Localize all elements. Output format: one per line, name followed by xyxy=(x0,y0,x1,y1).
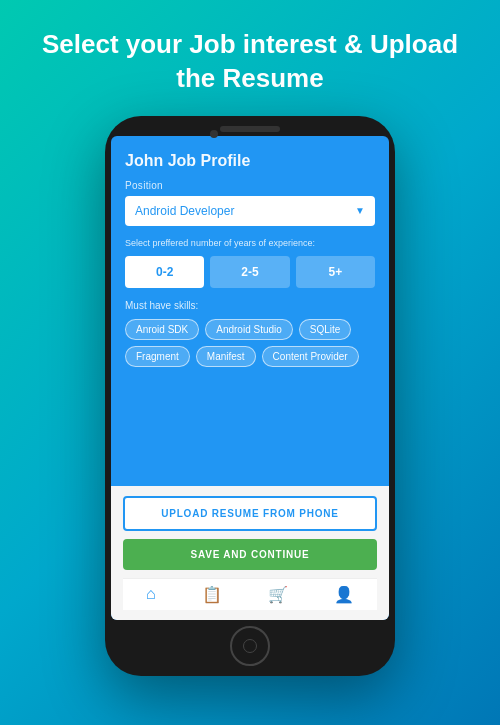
home-icon[interactable]: ⌂ xyxy=(146,585,156,603)
position-dropdown[interactable]: Android Developer ▼ xyxy=(125,196,375,226)
screen-bottom: UPLOAD RESUME FROM PHONE SAVE AND CONTIN… xyxy=(111,486,389,620)
skill-android-studio[interactable]: Android Studio xyxy=(205,319,293,340)
skills-label: Must have skills: xyxy=(125,300,375,311)
exp-btn-0-2[interactable]: 0-2 xyxy=(125,256,204,288)
skill-content-provider[interactable]: Content Provider xyxy=(262,346,359,367)
profile-title: John Job Profile xyxy=(125,152,375,170)
screen-content: John Job Profile Position Android Develo… xyxy=(111,136,389,486)
phone-frame: John Job Profile Position Android Develo… xyxy=(105,116,395,676)
cart-icon[interactable]: 🛒 xyxy=(268,585,288,604)
phone-home-button[interactable] xyxy=(230,626,270,666)
experience-buttons: 0-2 2-5 5+ xyxy=(125,256,375,288)
experience-label: Select preffered number of years of expe… xyxy=(125,238,375,248)
skills-container: Anroid SDK Android Studio SQLite Fragmen… xyxy=(125,319,375,367)
skill-fragment[interactable]: Fragment xyxy=(125,346,190,367)
skill-anroid-sdk[interactable]: Anroid SDK xyxy=(125,319,199,340)
skill-sqlite[interactable]: SQLite xyxy=(299,319,352,340)
person-icon[interactable]: 👤 xyxy=(334,585,354,604)
skill-manifest[interactable]: Manifest xyxy=(196,346,256,367)
phone-camera xyxy=(210,130,218,138)
position-value: Android Developer xyxy=(135,204,234,218)
upload-resume-button[interactable]: UPLOAD RESUME FROM PHONE xyxy=(123,496,377,531)
nav-bar: ⌂ 📋 🛒 👤 xyxy=(123,578,377,610)
home-button-inner xyxy=(243,639,257,653)
exp-btn-2-5[interactable]: 2-5 xyxy=(210,256,289,288)
phone-speaker xyxy=(220,126,280,132)
phone-screen: John Job Profile Position Android Develo… xyxy=(111,136,389,620)
position-label: Position xyxy=(125,180,375,191)
document-icon[interactable]: 📋 xyxy=(202,585,222,604)
save-continue-button[interactable]: SAVE AND CONTINUE xyxy=(123,539,377,570)
exp-btn-5-plus[interactable]: 5+ xyxy=(296,256,375,288)
page-title: Select your Job interest & Upload the Re… xyxy=(0,0,500,116)
chevron-down-icon: ▼ xyxy=(355,205,365,216)
